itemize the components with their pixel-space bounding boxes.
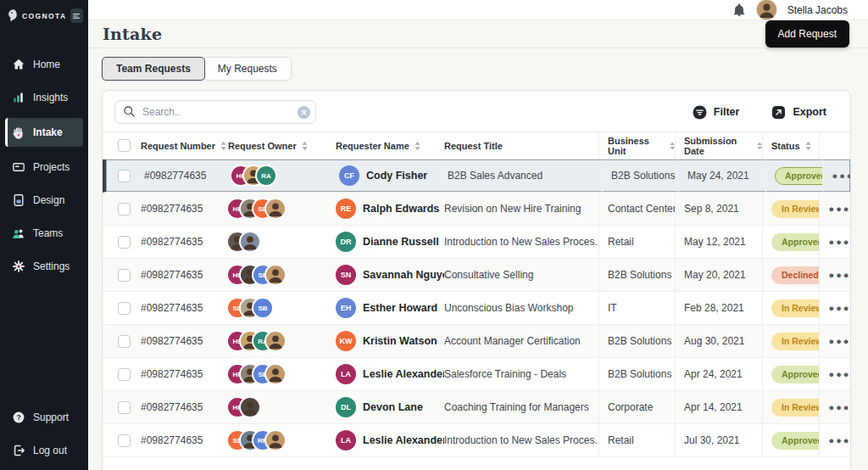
row-actions-menu[interactable]: ●●●: [829, 204, 851, 214]
row-checkbox[interactable]: [118, 203, 131, 215]
tab-my-requests[interactable]: My Requests: [203, 57, 292, 81]
row-checkbox[interactable]: [118, 434, 131, 447]
notifications-bell-icon[interactable]: [732, 3, 746, 17]
table-row[interactable]: #0982774635 HPRA CFCody Fisher B2B Sales…: [103, 159, 850, 193]
sidebar-item-teams[interactable]: Teams: [5, 221, 83, 246]
sidebar-item-projects[interactable]: Projects: [5, 154, 83, 180]
sidebar-item-label: Design: [33, 194, 64, 206]
bar-chart-icon: [12, 91, 25, 104]
sidebar-item-logout[interactable]: Log out: [5, 438, 83, 463]
requester-cell: SNSavannah Nguyen: [336, 259, 444, 291]
sort-icon[interactable]: [805, 142, 811, 150]
row-actions-menu[interactable]: ●●●: [829, 402, 851, 412]
request-number: #0982774635: [141, 193, 228, 225]
requester-name: Cody Fisher: [366, 170, 427, 182]
table-row[interactable]: #0982774635 HPSB SNSavannah Nguyen Consu…: [103, 259, 850, 292]
request-title: Introduction to New Sales Proces...: [444, 226, 598, 258]
column-header-status[interactable]: Status: [762, 132, 819, 159]
search-clear-icon[interactable]: ✕: [298, 106, 310, 119]
column-header-business-unit[interactable]: Business Unit: [598, 132, 675, 159]
filter-funnel-icon: [693, 105, 707, 120]
business-unit: Retail: [598, 424, 675, 456]
row-checkbox[interactable]: [118, 236, 131, 249]
requester-avatar: CF: [339, 165, 359, 186]
sort-icon[interactable]: [302, 142, 308, 150]
request-number: #0982774635: [141, 259, 228, 291]
menu-lines-icon: [70, 10, 82, 22]
table-row[interactable]: #0982774635 DRDianne Russell Introductio…: [103, 226, 850, 259]
request-number: #0982774635: [141, 391, 228, 423]
sidebar-item-design[interactable]: Design: [5, 187, 83, 213]
business-unit: B2B Solutions: [602, 159, 678, 192]
requester-cell: DLDevon Lane: [336, 391, 444, 423]
table-row[interactable]: #0982774635 HPSB LALeslie Alexander Sale…: [103, 358, 850, 391]
sidebar-item-label: Insights: [33, 92, 68, 104]
requester-avatar: DL: [336, 397, 356, 417]
export-button[interactable]: Export: [771, 105, 826, 120]
row-checkbox[interactable]: [118, 302, 131, 315]
sidebar-item-intake[interactable]: Intake: [5, 118, 83, 147]
tab-team-requests[interactable]: Team Requests: [102, 57, 205, 81]
sidebar-collapse-button[interactable]: [70, 8, 83, 23]
row-actions-menu[interactable]: ●●●: [829, 336, 851, 346]
column-header-request-owner[interactable]: Request Owner: [228, 132, 336, 159]
sidebar-item-label: Log out: [33, 445, 67, 456]
request-title: Revision on New Hire Training: [444, 193, 598, 225]
filter-button[interactable]: Filter: [693, 105, 740, 120]
owner-photo-avatar: [241, 398, 259, 417]
requester-cell: CFCody Fisher: [339, 159, 448, 192]
row-actions-menu[interactable]: ●●●: [829, 270, 851, 280]
submission-date: May 24, 2021: [678, 159, 765, 192]
row-checkbox[interactable]: [118, 401, 131, 414]
requester-name: Dianne Russell: [363, 236, 439, 248]
request-owners: [228, 232, 259, 251]
table-row[interactable]: #0982774635 HP DLDevon Lane Coaching Tra…: [103, 391, 850, 424]
toolbar-actions: Filter Export: [693, 105, 838, 120]
user-avatar[interactable]: [757, 0, 776, 20]
sidebar-item-settings[interactable]: Settings: [5, 254, 83, 279]
table-row[interactable]: #0982774635 HPSD RERalph Edwards Revisio…: [103, 193, 850, 226]
table-row[interactable]: #0982774635 HPRA KWKristin Watson Accoun…: [103, 325, 850, 358]
requester-cell: EHEsther Howard: [336, 292, 444, 324]
topbar: Stella Jacobs: [88, 0, 868, 20]
row-checkbox[interactable]: [118, 269, 131, 282]
sort-icon[interactable]: [220, 142, 226, 150]
row-actions-menu[interactable]: ●●●: [829, 237, 851, 247]
business-unit: B2B Solutions: [598, 259, 675, 291]
user-name[interactable]: Stella Jacobs: [787, 4, 848, 16]
page-header: Intake Add Request: [88, 20, 868, 48]
request-owners: HPSD: [228, 199, 285, 218]
sidebar-item-home[interactable]: Home: [5, 52, 83, 77]
column-header-request-number[interactable]: Request Number: [141, 132, 228, 159]
row-checkbox[interactable]: [118, 368, 131, 381]
row-actions-menu[interactable]: ●●●: [829, 369, 851, 379]
table-header: Request Number Request Owner Requester N…: [103, 131, 850, 159]
row-actions-menu[interactable]: ●●●: [829, 303, 851, 313]
table-row[interactable]: #0982774635 SDRM LALeslie Alexander Intr…: [103, 424, 850, 457]
sidebar-item-support[interactable]: ? Support: [5, 405, 83, 430]
submission-date: Sep 8, 2021: [675, 193, 762, 225]
select-all-checkbox[interactable]: [118, 139, 131, 152]
column-header-requester-name[interactable]: Requester Name: [336, 132, 444, 159]
row-actions-menu[interactable]: ●●●: [832, 171, 851, 181]
sidebar-item-insights[interactable]: Insights: [5, 85, 83, 110]
add-request-button[interactable]: Add Request: [765, 20, 849, 48]
table-row[interactable]: #0982774635 SDSB EHEsther Howard Unconsc…: [103, 292, 850, 325]
status-badge: In Review: [771, 333, 819, 350]
table-toolbar: ✕ Filter Export: [103, 91, 850, 131]
status-badge: Approved: [771, 432, 819, 450]
row-actions-menu[interactable]: ●●●: [829, 435, 851, 445]
hand-icon: [12, 126, 25, 139]
request-owners: HP: [228, 398, 259, 417]
business-unit: Contact Center: [598, 193, 675, 225]
column-header-submission-date[interactable]: Submission Date: [675, 132, 762, 159]
row-checkbox[interactable]: [118, 335, 131, 348]
submission-date: Aug 30, 2021: [675, 325, 762, 357]
business-unit: Corporate: [598, 391, 675, 423]
row-checkbox[interactable]: [118, 170, 131, 182]
search-input[interactable]: [114, 100, 316, 124]
column-header-request-title[interactable]: Request Title: [444, 132, 598, 159]
request-number: #0982774635: [144, 159, 231, 192]
sort-icon[interactable]: [415, 142, 420, 150]
status-badge: In Review: [771, 399, 819, 417]
